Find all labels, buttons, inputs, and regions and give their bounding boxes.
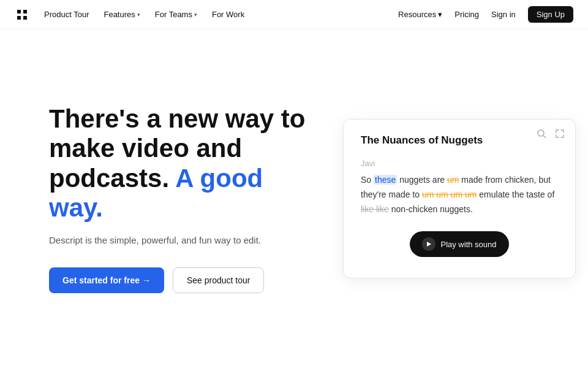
faded-text: like like [361,204,389,214]
signin-link[interactable]: Sign in [491,10,516,19]
svg-line-5 [543,136,546,138]
highlighted-word: these [374,175,397,185]
editor-card-title: The Nuances of Nuggets [361,134,521,147]
svg-rect-0 [17,10,21,13]
strikethrough-word1: um [447,175,459,185]
resources-chevron-icon: ▾ [438,10,442,19]
search-icon[interactable] [536,128,547,139]
editor-body-text: So these nuggets are um made from chicke… [361,173,558,217]
play-button-label: Play with sound [440,240,496,249]
hero-right: The Nuances of Nuggets Javi So these nug… [343,119,576,278]
nav-resources[interactable]: Resources ▾ [398,10,442,19]
svg-rect-2 [17,16,21,20]
main-content: There's a new way to make video and podc… [0,29,588,368]
play-with-sound-button[interactable]: Play with sound [410,231,508,257]
cta-buttons: Get started for free → See product tour [49,267,306,293]
logo-icon[interactable] [15,7,29,22]
text-end: emulate the taste of [477,190,554,199]
editor-speaker: Javi [361,159,558,168]
nav-right: Resources ▾ Pricing Sign in Sign Up [398,6,573,23]
strikethrough-long: um um um um [422,190,477,199]
text-final: non-chicken nuggets. [389,204,473,214]
nav-left: Product Tour Features ▾ For Teams ▾ For … [15,7,244,22]
see-product-tour-button[interactable]: See product tour [173,267,265,293]
nav-pricing[interactable]: Pricing [454,10,479,19]
hero-heading: There's a new way to make video and podc… [49,104,306,223]
text-before-highlight: So [361,175,374,185]
nav-features[interactable]: Features ▾ [104,10,140,19]
signup-button[interactable]: Sign Up [528,6,573,23]
expand-icon[interactable] [554,128,565,139]
nav-for-work[interactable]: For Work [212,10,244,19]
nav-for-teams[interactable]: For Teams ▾ [155,10,197,19]
play-icon [422,237,435,251]
navbar: Product Tour Features ▾ For Teams ▾ For … [0,0,588,29]
get-started-button[interactable]: Get started for free → [49,267,164,293]
editor-card: The Nuances of Nuggets Javi So these nug… [343,119,576,278]
features-chevron-icon: ▾ [137,12,140,18]
text-after-highlight: nuggets are [397,175,447,185]
hero-left: There's a new way to make video and podc… [49,104,306,293]
for-teams-chevron-icon: ▾ [194,12,197,18]
nav-product-tour[interactable]: Product Tour [44,10,89,19]
editor-toolbar [536,128,565,139]
svg-rect-1 [23,10,27,13]
svg-marker-6 [427,242,431,247]
hero-subtext: Descript is the simple, powerful, and fu… [49,234,306,248]
svg-rect-3 [23,16,27,20]
